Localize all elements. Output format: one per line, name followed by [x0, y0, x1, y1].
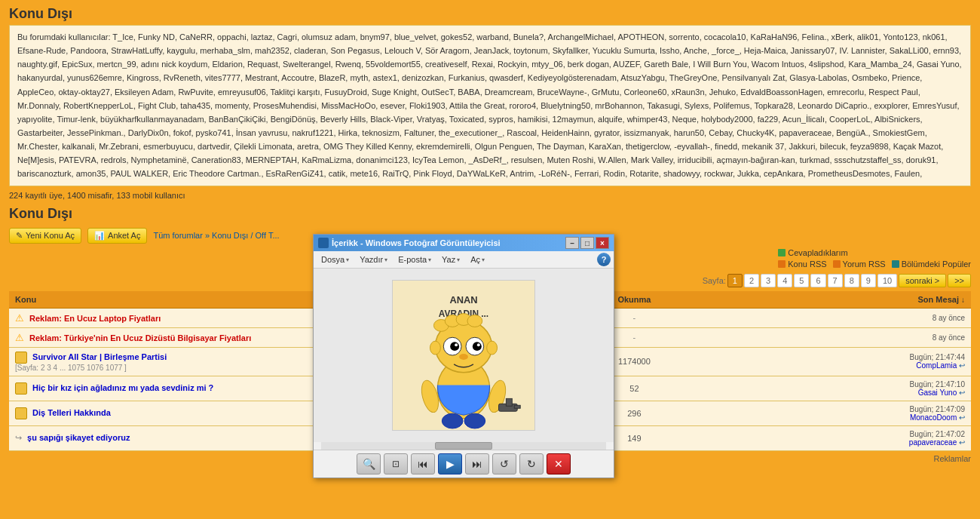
- ad-link-2[interactable]: Reklam: Türkiye'nin En Ucuz Dizüstü Bilg…: [29, 333, 251, 342]
- last-msg-user-4[interactable]: Gasai Yuno ↩: [918, 388, 965, 397]
- ad-link-1[interactable]: Reklam: En Ucuz Laptop Fiyatları: [29, 314, 161, 323]
- page-2[interactable]: 2: [744, 274, 759, 287]
- yorum-rss-link[interactable]: Yorum RSS: [833, 260, 886, 269]
- slideshow-button[interactable]: ▶: [438, 453, 462, 466]
- folder-icon: [15, 407, 27, 419]
- viewer-window: İçerikk - Windows Fotoğraf Görüntüleyici…: [313, 234, 614, 466]
- next-button[interactable]: ⏭: [465, 453, 489, 466]
- new-topic-button[interactable]: ✎ Yeni Konu Aç: [9, 228, 81, 244]
- konu-rss-link[interactable]: Konu RSS: [778, 260, 826, 269]
- page-6[interactable]: 6: [810, 274, 825, 287]
- right-panel-links: Cevapladıklarım Konu RSS Yorum RSS: [778, 248, 971, 269]
- rotate-right-icon: ↻: [527, 458, 536, 466]
- svg-point-14: [477, 343, 480, 346]
- chevron-down-icon: ▾: [428, 256, 431, 263]
- poll-icon: 📊: [94, 231, 105, 241]
- slideshow-icon: ▶: [446, 458, 455, 466]
- viewer-title-text: İçerikk - Windows Fotoğraf Görüntüleyici…: [332, 238, 501, 247]
- alert-icon: ⚠: [15, 312, 24, 324]
- topic-link-4[interactable]: Hiç bir kız için ağladınız mı yada sevdi…: [32, 382, 213, 392]
- page-4[interactable]: 4: [777, 274, 792, 287]
- viewer-title-left: İçerikk - Windows Fotoğraf Görüntüleyici…: [318, 238, 501, 248]
- last-msg-cell: 8 ay önce: [682, 327, 971, 347]
- viewer-controls[interactable]: – □ ×: [565, 237, 609, 249]
- svg-point-15: [459, 354, 468, 360]
- next-page-button[interactable]: sonraki >: [899, 274, 946, 287]
- last-msg-user-5[interactable]: MonacoDoom ↩: [910, 413, 965, 422]
- section-title: Konu Dışı: [0, 201, 980, 225]
- zoom-icon: 🔍: [363, 458, 375, 466]
- delete-button[interactable]: ✕: [547, 453, 571, 466]
- menu-yaz[interactable]: Yaz ▾: [437, 253, 464, 266]
- chevron-down-icon: ▾: [457, 256, 460, 263]
- new-topic-icon: ✎: [16, 231, 23, 241]
- rotate-left-icon: ↺: [500, 458, 509, 466]
- col-last-msg: Son Mesaj ↓: [682, 291, 971, 309]
- svg-point-16: [430, 341, 440, 355]
- folder-icon: [15, 352, 27, 364]
- last-msg-cell: Bugün; 21:47:10 Gasai Yuno ↩: [682, 376, 971, 401]
- help-button[interactable]: ?: [597, 253, 611, 266]
- page-8[interactable]: 8: [844, 274, 859, 287]
- viewer-close-button[interactable]: ×: [596, 237, 609, 249]
- viewer-maximize-button[interactable]: □: [580, 237, 594, 249]
- svg-point-23: [442, 413, 463, 428]
- cartoon-image: ANAN AVRADIN ...: [392, 280, 535, 431]
- topic-link-5[interactable]: Diş Telleri Hakkında: [32, 407, 111, 416]
- topic-link-6[interactable]: şu sapığı şikayet ediyoruz: [27, 433, 130, 442]
- viewer-titlebar: İçerikk - Windows Fotoğraf Görüntüleyici…: [314, 235, 614, 251]
- menu-yazdir[interactable]: Yazdır ▾: [355, 253, 392, 266]
- users-list: T_Ice, Funky ND, CaNeRR, oppachi, laztaz…: [17, 32, 962, 178]
- svg-point-17: [487, 341, 498, 355]
- rotate-left-button[interactable]: ↺: [492, 453, 516, 466]
- next-icon: ⏭: [472, 458, 482, 466]
- viewer-minimize-button[interactable]: –: [565, 237, 579, 249]
- svg-point-13: [455, 343, 458, 346]
- menu-ac[interactable]: Aç ▾: [466, 253, 489, 266]
- users-label: Bu forumdaki kullanıcılar:: [17, 32, 111, 41]
- topic-link-3[interactable]: Survivor All Star | Birleşme Partisi: [32, 352, 167, 361]
- page-3[interactable]: 3: [761, 274, 776, 287]
- svg-text:ANAN: ANAN: [449, 294, 477, 306]
- users-section: Bu forumdaki kullanıcılar: T_Ice, Funky …: [9, 25, 971, 186]
- last-msg-cell: Bugün; 21:47:44 CompLamia ↩: [682, 347, 971, 376]
- poll-button[interactable]: 📊 Anket Aç: [87, 228, 147, 244]
- page-title: Konu Dışı: [0, 0, 980, 25]
- last-msg-user-6[interactable]: papaveraceae ↩: [909, 438, 965, 447]
- prev-icon: ⏮: [418, 458, 428, 466]
- page-1[interactable]: 1: [727, 274, 743, 287]
- chevron-down-icon: ▾: [384, 256, 387, 263]
- svg-point-12: [473, 342, 482, 351]
- alert-icon: ⚠: [15, 332, 24, 343]
- viewer-toolbar: 🔍 ⊡ ⏮ ▶ ⏭ ↺ ↻ ✕: [314, 450, 614, 466]
- last-msg-cell: 8 ay önce: [682, 308, 971, 327]
- breadcrumb: Tüm forumlar » Konu Dışı / Off T...: [153, 231, 279, 240]
- last-msg-cell: Bugün; 21:47:09 MonacoDoom ↩: [682, 401, 971, 425]
- last-page-button[interactable]: >>: [948, 274, 971, 287]
- folder-icon: [15, 382, 27, 395]
- page-10[interactable]: 10: [877, 274, 897, 287]
- last-msg-user-3[interactable]: CompLamia ↩: [916, 361, 965, 370]
- menu-dosya[interactable]: Dosya ▾: [317, 253, 354, 266]
- page-9[interactable]: 9: [861, 274, 876, 287]
- menu-eposta[interactable]: E-posta ▾: [394, 253, 436, 266]
- fit-icon: ⊡: [392, 459, 400, 466]
- viewer-scrollbar[interactable]: [321, 442, 606, 450]
- sort-icon: ↓: [961, 296, 965, 304]
- popular-icon: [892, 260, 899, 268]
- svg-rect-22: [514, 405, 520, 408]
- zoom-button[interactable]: 🔍: [357, 453, 381, 466]
- viewer-image-area: ANAN AVRADIN ...: [314, 269, 614, 442]
- svg-rect-21: [506, 398, 512, 406]
- fit-button[interactable]: ⊡: [384, 453, 408, 466]
- page-5[interactable]: 5: [794, 274, 809, 287]
- page-links: Sayfa: 1 2 3 4 5 6 7 8 9 10 sonraki > >>: [703, 274, 971, 287]
- popular-link[interactable]: Bölümdeki Popüler: [892, 260, 971, 269]
- cevapladıklarım-link[interactable]: Cevapladıklarım: [778, 248, 971, 257]
- rotate-right-button[interactable]: ↻: [519, 453, 544, 466]
- delete-icon: ✕: [554, 458, 563, 466]
- page-7[interactable]: 7: [828, 274, 843, 287]
- prev-button[interactable]: ⏮: [411, 453, 435, 466]
- scrollbar-thumb[interactable]: [435, 442, 492, 450]
- redirect-icon: ↪: [15, 433, 22, 442]
